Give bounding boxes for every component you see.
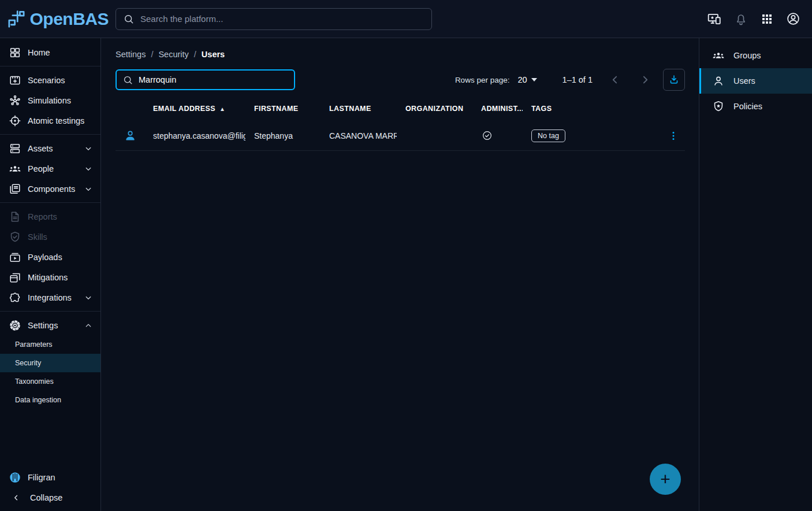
sidebar-item-label: Assets	[28, 144, 53, 153]
header-organization[interactable]: ORGANIZATION	[397, 105, 472, 113]
collapse-button[interactable]: Collapse	[0, 487, 100, 508]
sidebar-item-label: Payloads	[28, 253, 62, 262]
filigran-link[interactable]: Filigran	[0, 467, 100, 487]
cell-email: stephanya.casanova@filig...	[144, 131, 245, 140]
pagination-controls: Rows per page: 20 1–1 of 1	[455, 69, 685, 91]
cell-administrator	[472, 130, 523, 141]
header-lastname[interactable]: LASTNAME	[321, 105, 397, 113]
sidebar-item-atomic-testings[interactable]: Atomic testings	[0, 110, 100, 131]
sidebar-item-integrations[interactable]: Integrations	[0, 287, 100, 308]
previous-page-button[interactable]	[608, 72, 623, 87]
platform-search-input[interactable]	[140, 14, 424, 24]
chevron-down-icon	[83, 184, 94, 194]
sidebar-subitem-label: Security	[15, 359, 41, 367]
search-icon	[122, 75, 133, 86]
collections-icon	[9, 183, 21, 195]
sidebar-item-label: Atomic testings	[28, 116, 84, 125]
next-page-button[interactable]	[638, 72, 653, 87]
rows-per-page-label: Rows per page:	[455, 76, 510, 84]
cell-firstname: Stephanya	[245, 131, 321, 140]
rows-per-page-select[interactable]: 20	[517, 75, 537, 84]
add-user-button[interactable]: +	[650, 464, 681, 495]
sidebar-item-label: Settings	[28, 321, 58, 330]
header-label: ADMINIST...	[481, 105, 523, 113]
account-circle-icon	[786, 12, 800, 26]
account-button[interactable]	[785, 10, 802, 27]
sidebar-subitem-security[interactable]: Security	[0, 354, 100, 372]
sidebar-subitem-parameters[interactable]: Parameters	[0, 335, 100, 354]
sidebar-item-label: Skills	[28, 232, 47, 242]
search-icon	[123, 13, 135, 25]
shield-check-icon	[9, 231, 21, 243]
header-label: FIRSTNAME	[254, 105, 299, 113]
download-icon	[668, 73, 680, 86]
sidebar-item-assets[interactable]: Assets	[0, 138, 100, 158]
breadcrumb-settings[interactable]: Settings	[116, 50, 146, 59]
sidebar-item-label: People	[28, 164, 54, 173]
kebab-icon	[668, 130, 679, 142]
row-menu-button[interactable]	[666, 129, 680, 143]
filter-search[interactable]	[116, 69, 295, 90]
tab-users[interactable]: Users	[699, 68, 812, 94]
header-administrator[interactable]: ADMINIST...	[472, 105, 523, 113]
filigran-logo-icon	[9, 471, 21, 484]
tab-policies[interactable]: Policies	[699, 94, 812, 119]
filter-search-input[interactable]	[139, 75, 288, 84]
admin-check-icon	[482, 130, 493, 141]
sidebar-item-simulations[interactable]: Simulations	[0, 90, 100, 110]
user-avatar	[116, 129, 144, 142]
apps-button[interactable]	[759, 11, 775, 27]
sidebar-subitem-label: Data ingestion	[15, 396, 61, 404]
header-firstname[interactable]: FIRSTNAME	[245, 105, 321, 113]
header-label: ORGANIZATION	[405, 105, 463, 113]
cell-lastname: CASANOVA MARR...	[321, 131, 397, 140]
sidebar-item-scenarios[interactable]: Scenarios	[0, 70, 100, 90]
sidebar-item-components[interactable]: Components	[0, 179, 100, 199]
sidebar-item-label: Components	[28, 184, 75, 194]
sidebar-subitem-taxonomies[interactable]: Taxonomies	[0, 372, 100, 391]
notifications-button[interactable]	[733, 11, 749, 27]
tag-chip[interactable]: No tag	[531, 129, 565, 142]
hub-icon	[9, 94, 21, 107]
gear-icon	[9, 319, 21, 332]
header-label: TAGS	[531, 105, 552, 113]
shield-star-icon	[712, 100, 725, 113]
person-icon	[124, 129, 137, 142]
platform-search[interactable]	[116, 8, 432, 30]
breadcrumb-separator: /	[194, 50, 196, 59]
chevron-left-icon	[608, 72, 623, 87]
sidebar-item-mitigations[interactable]: Mitigations	[0, 267, 100, 287]
openbas-logo[interactable]: OpenBAS	[0, 8, 109, 31]
sidebar-subitem-label: Taxonomies	[15, 377, 54, 386]
sidebar-item-people[interactable]: People	[0, 158, 100, 179]
chevron-down-icon	[83, 292, 94, 303]
devices-button[interactable]	[706, 10, 723, 28]
sidebar-item-reports: Reports	[0, 206, 100, 227]
sidebar-item-label: Reports	[28, 212, 57, 221]
sidebar-item-settings[interactable]: Settings	[0, 315, 100, 335]
header-email-address[interactable]: EMAIL ADDRESS ▲	[144, 105, 245, 113]
sidebar-subitem-data-ingestion[interactable]: Data ingestion	[0, 391, 100, 409]
subscriptions-icon	[9, 251, 21, 264]
breadcrumb-security[interactable]: Security	[158, 50, 188, 59]
openbas-logo-text: OpenBAS	[29, 9, 109, 29]
breadcrumb-separator: /	[151, 50, 153, 59]
rows-per-page-value: 20	[517, 75, 527, 84]
export-button[interactable]	[663, 69, 685, 91]
chevron-down-icon	[83, 164, 94, 174]
sort-asc-icon: ▲	[219, 106, 225, 112]
plus-icon: +	[660, 471, 671, 488]
tab-groups[interactable]: Groups	[699, 43, 812, 68]
filigran-label: Filigran	[28, 473, 55, 482]
table-row[interactable]: stephanya.casanova@filig... Stephanya CA…	[116, 121, 685, 151]
movie-icon	[9, 74, 21, 87]
sidebar-item-payloads[interactable]: Payloads	[0, 247, 100, 267]
header-tags[interactable]: TAGS	[523, 105, 662, 113]
breadcrumb-users: Users	[202, 50, 225, 59]
groups-icon	[712, 49, 725, 62]
sidebar-item-home[interactable]: Home	[0, 42, 100, 62]
divider	[0, 66, 100, 66]
left-sidebar: Home Scenarios Simulations Atomic testin…	[0, 38, 101, 511]
pagination-range: 1–1 of 1	[563, 75, 593, 84]
table-toolbar: Rows per page: 20 1–1 of 1	[116, 69, 685, 91]
